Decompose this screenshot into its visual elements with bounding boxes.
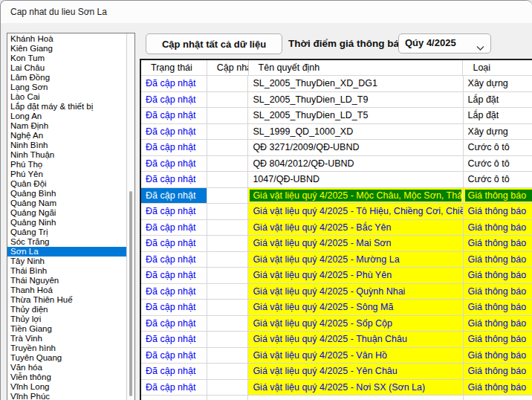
table-row[interactable]: Đã cập nhậtGiá vật liệu quý 4/2025 - Yên…	[141, 364, 532, 380]
table-row[interactable]: Đã cập nhậtGiá vật liệu quý 4/2025 - Mườ…	[141, 252, 532, 268]
sidebar-item[interactable]: Quảng Nam	[7, 199, 127, 208]
table-cell[interactable]: Đã cập nhật	[141, 332, 207, 348]
table-cell[interactable]: Giá vật liệu quý 4/2025 - Bắc Yên	[248, 220, 463, 236]
table-cell[interactable]: Đã cập nhật	[141, 284, 207, 300]
table-row[interactable]: Đã cập nhậtGiá vật liệu quý 4/2025 - Quỳ…	[141, 284, 532, 300]
table-row[interactable]: Đã cập nhậtGiá vật liệu quý 4/2025 - Mai…	[141, 236, 532, 252]
sidebar-item[interactable]: Ninh Thuận	[7, 150, 127, 160]
sidebar-item[interactable]: Thái Nguyên	[7, 276, 127, 286]
table-cell[interactable]	[207, 204, 249, 220]
table-cell[interactable]: Cước ô tô	[464, 140, 532, 156]
table-cell[interactable]: SL_2005_ThuyDien_LD_T9	[248, 92, 463, 109]
sidebar-item[interactable]: Quảng Bình	[7, 189, 127, 199]
table-cell[interactable]	[207, 284, 249, 300]
sidebar-item[interactable]: Vĩnh Long	[7, 382, 127, 392]
sidebar-item[interactable]: Phú Yên	[7, 170, 127, 179]
table-cell[interactable]: Giá vật liệu quý 4/2025 - Tô Hiệu, Chiền…	[248, 204, 463, 220]
column-header-name[interactable]: Tên quyết định	[249, 60, 464, 76]
sidebar-item[interactable]: Vĩnh Phúc	[7, 392, 127, 400]
table-cell[interactable]: Lắp đặt	[464, 108, 532, 124]
table-cell[interactable]: Giá thông báo	[464, 300, 532, 316]
table-cell[interactable]: Giá vật liệu quý 4/2025 - Yên Châu	[248, 364, 463, 380]
table-cell[interactable]: Đã cập nhật	[141, 300, 207, 316]
sidebar-item[interactable]: Thái Bình	[7, 266, 127, 276]
table-cell[interactable]: Đã cập nhật	[141, 316, 207, 332]
table-cell[interactable]: Đã cập nhật	[141, 156, 207, 172]
table-cell[interactable]: Giá thông báo	[464, 252, 532, 268]
table-cell[interactable]: Giá vật liệu quý 4/2025 - Sông Mã	[248, 300, 463, 316]
sidebar-item[interactable]: Lạng Sơn	[7, 83, 127, 92]
table-cell[interactable]: Đã cập nhật	[141, 140, 207, 156]
table-cell[interactable]	[207, 332, 249, 348]
table-cell[interactable]: Đã cập nhật	[141, 252, 207, 268]
sidebar-item[interactable]: Long An	[7, 112, 127, 121]
table-cell[interactable]: SL_2005_ThuyDien_XD_DG1	[248, 76, 463, 92]
table-cell[interactable]	[207, 76, 249, 92]
table-cell[interactable]: Đã cập nhật	[141, 108, 207, 124]
sidebar-item[interactable]: Khánh Hoà	[7, 34, 127, 44]
table-cell[interactable]: Đã cập nhật	[141, 172, 207, 188]
table-cell[interactable]: Đã cập nhật	[141, 188, 207, 204]
table-cell[interactable]	[207, 252, 249, 268]
table-cell[interactable]	[207, 380, 249, 396]
table-cell[interactable]	[207, 268, 249, 284]
table-cell[interactable]: Giá thông báo	[464, 332, 532, 348]
table-row[interactable]: Đã cập nhậtSL_1999_QD_1000_XDXây dựng	[141, 124, 532, 141]
period-select[interactable]: Qúy 4/2025	[398, 33, 491, 54]
column-header-status[interactable]: Trạng thái	[141, 60, 207, 76]
table-row[interactable]: Đã cập nhậtGiá vật liệu quý 4/2025 - Nơi…	[141, 380, 532, 396]
table-cell[interactable]: Giá vật liệu quý 4/2025 - Mộc Châu, Mộc …	[248, 188, 463, 204]
table-cell[interactable]: Đã cập nhật	[141, 76, 207, 92]
table-cell[interactable]	[207, 300, 249, 316]
table-cell[interactable]	[207, 236, 249, 252]
table-cell[interactable]: Giá vật liệu quý 4/2025 - Mai Sơn	[248, 236, 463, 252]
sidebar-item[interactable]: Nam Định	[7, 121, 127, 131]
sidebar-item[interactable]: Ninh Bình	[7, 141, 127, 150]
province-list-scrollbar[interactable]	[126, 33, 134, 400]
table-cell[interactable]	[207, 172, 249, 188]
sidebar-item[interactable]: Phú Thọ	[7, 160, 127, 170]
table-row[interactable]: Đã cập nhật1047/QĐ-UBNDCước ô tô	[141, 172, 532, 188]
column-header-update[interactable]: Cập nhật	[207, 60, 249, 76]
table-row[interactable]: Đã cập nhậtGiá vật liệu quý 4/2025 - Vân…	[141, 348, 532, 364]
table-cell[interactable]: Lắp đặt	[464, 92, 532, 109]
update-all-button[interactable]: Cập nhật tất cả dữ liệu	[146, 33, 282, 54]
sidebar-item[interactable]: Thủy lợi	[7, 314, 127, 324]
table-cell[interactable]: Giá vật liệu quý 4/2025 - Sốp Cộp	[248, 316, 463, 332]
table-cell[interactable]: Giá thông báo	[464, 236, 532, 252]
table-row[interactable]: Đã cập nhậtSL_2005_ThuyDien_LD_T5Lắp đặt	[141, 108, 532, 124]
table-cell[interactable]: Giá vật liệu quý 4/2025 - Mường La	[248, 252, 463, 268]
table-cell[interactable]	[207, 316, 249, 332]
column-header-type[interactable]: Loại	[463, 60, 532, 76]
sidebar-item[interactable]: Thủy điện	[7, 305, 127, 314]
table-cell[interactable]: SL_2005_ThuyDien_LD_T5	[248, 108, 463, 124]
table-row[interactable]: Đã cập nhậtGiá vật liệu quý 4/2025 - Phù…	[141, 268, 532, 284]
sidebar-item[interactable]: Quảng Ngãi	[7, 208, 127, 218]
table-row[interactable]: Đã cập nhậtGiá vật liệu quý 4/2025 - Tô …	[141, 204, 532, 220]
table-cell[interactable]: Giá vật liệu quý 4/2025 - Phù Yên	[248, 268, 463, 284]
table-cell[interactable]: Cước ô tô	[464, 156, 532, 172]
table-row[interactable]: Đã cập nhậtSL_2005_ThuyDien_XD_DG1Xây dự…	[141, 76, 532, 92]
table-cell[interactable]: QĐ 3271/2009/QĐ-UBND	[248, 140, 463, 156]
sidebar-item[interactable]: Viễn thông	[7, 372, 127, 382]
sidebar-item[interactable]: Trà Vinh	[7, 334, 127, 343]
sidebar-item[interactable]: Truyền hình	[7, 343, 127, 353]
table-cell[interactable]: Đã cập nhật	[141, 204, 207, 220]
sidebar-item[interactable]: Kiên Giang	[7, 44, 127, 54]
sidebar-item[interactable]: Thanh Hoá	[7, 286, 127, 295]
table-cell[interactable]	[207, 188, 249, 204]
table-row[interactable]: Đã cập nhậtGiá vật liệu quý 4/2025 - Bắc…	[141, 220, 532, 236]
table-cell[interactable]: 1047/QĐ-UBND	[248, 172, 463, 188]
table-cell[interactable]: Giá thông báo	[464, 348, 532, 364]
table-cell[interactable]: Đã cập nhật	[141, 92, 207, 109]
sidebar-item[interactable]: Lắp đặt máy & thiết bị	[7, 102, 127, 112]
table-cell[interactable]: QĐ 804/2012/QĐ-UBND	[248, 156, 463, 172]
table-cell[interactable]: Cước ô tô	[464, 172, 532, 188]
sidebar-item[interactable]: Sóc Trăng	[7, 237, 127, 247]
table-cell[interactable]	[207, 92, 249, 109]
sidebar-item[interactable]: Tuyên Quang	[7, 353, 127, 363]
table-row[interactable]: Đã cập nhậtQĐ 804/2012/QĐ-UBNDCước ô tô	[141, 156, 532, 172]
sidebar-item[interactable]: Tây Ninh	[7, 257, 127, 266]
province-listbox[interactable]: Khánh HoàKiên GiangKon TumLai ChâuLâm Đồ…	[7, 33, 135, 400]
table-cell[interactable]: Giá vật liệu quý 4/2025 - Nơi SX (Sơn La…	[248, 380, 463, 396]
